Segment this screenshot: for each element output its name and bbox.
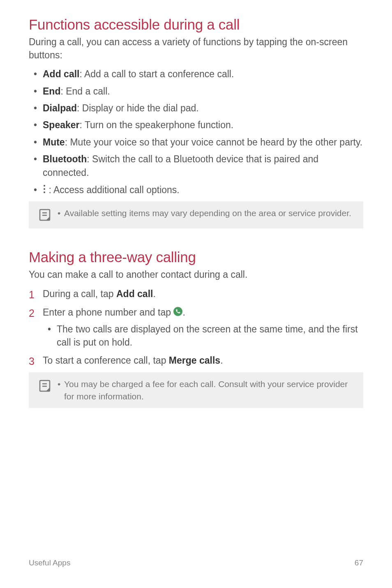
note-content: You may be charged a fee for each call. … [59, 378, 356, 402]
func-label: Bluetooth [43, 154, 87, 164]
svg-point-6 [173, 307, 182, 316]
func-item-end: End: End a call. [39, 85, 363, 98]
step-number: 2 [29, 306, 35, 321]
func-item-speaker: Speaker: Turn on the speakerphone functi… [39, 118, 363, 132]
func-desc: : End a call. [60, 86, 110, 97]
func-item-bluetooth: Bluetooth: Switch the call to a Bluetoot… [39, 152, 363, 180]
page-footer: Useful Apps 67 [29, 558, 363, 567]
func-label: Mute [43, 137, 65, 148]
func-desc: : Turn on the speakerphone function. [80, 120, 234, 130]
step-number: 1 [29, 287, 35, 302]
step-2: 2 Enter a phone number and tap . The two… [29, 306, 363, 349]
sub-item: The two calls are displayed on the scree… [53, 323, 363, 349]
note-box-2: You may be charged a fee for each call. … [29, 372, 363, 408]
more-options-icon [43, 184, 46, 197]
step-bold: Add call [116, 288, 153, 299]
step-text: . [182, 307, 185, 318]
call-icon [173, 306, 182, 320]
func-item-more: : Access additional call options. [39, 183, 363, 198]
func-desc: : Display or hide the dial pad. [77, 103, 199, 113]
step-text: During a call, tap [43, 288, 116, 299]
function-list: Add call: Add a call to start a conferen… [29, 67, 363, 197]
intro-threeway: You can make a call to another contact d… [29, 268, 363, 281]
step-text: Enter a phone number and tap [43, 307, 173, 318]
note-icon [39, 380, 52, 394]
note-text: You may be charged a fee for each call. … [59, 378, 356, 402]
step-text: To start a conference call, tap [43, 355, 169, 366]
step-text: . [153, 288, 155, 299]
step-text: . [220, 355, 223, 366]
step-3: 3 To start a conference call, tap Merge … [29, 354, 363, 367]
heading-threeway: Making a three-way calling [29, 249, 363, 265]
note-box-1: Available setting items may vary dependi… [29, 201, 363, 228]
svg-point-1 [44, 188, 45, 190]
svg-point-2 [44, 191, 45, 193]
func-item-dialpad: Dialpad: Display or hide the dial pad. [39, 101, 363, 115]
func-item-mute: Mute: Mute your voice so that your voice… [39, 136, 363, 149]
sub-list: The two calls are displayed on the scree… [43, 323, 363, 349]
note-icon [39, 209, 52, 223]
func-desc: : Mute your voice so that your voice can… [65, 137, 362, 148]
func-label: Add call [43, 69, 79, 79]
note-text: Available setting items may vary dependi… [59, 207, 356, 219]
footer-left: Useful Apps [29, 558, 70, 567]
footer-page-number: 67 [355, 558, 363, 567]
func-label: Dialpad [43, 103, 77, 113]
func-label: Speaker [43, 120, 80, 130]
steps-list: 1 During a call, tap Add call. 2 Enter a… [29, 287, 363, 368]
note-content: Available setting items may vary dependi… [59, 207, 356, 219]
svg-point-0 [44, 185, 45, 187]
func-desc: : Access additional call options. [46, 184, 180, 195]
func-label: End [43, 86, 60, 97]
step-number: 3 [29, 354, 35, 369]
step-1: 1 During a call, tap Add call. [29, 287, 363, 301]
func-desc: : Add a call to start a conference call. [79, 69, 234, 79]
heading-functions: Functions accessible during a call [29, 16, 363, 33]
step-bold: Merge calls [169, 355, 220, 366]
intro-functions: During a call, you can access a variety … [29, 35, 363, 62]
func-item-addcall: Add call: Add a call to start a conferen… [39, 67, 363, 81]
